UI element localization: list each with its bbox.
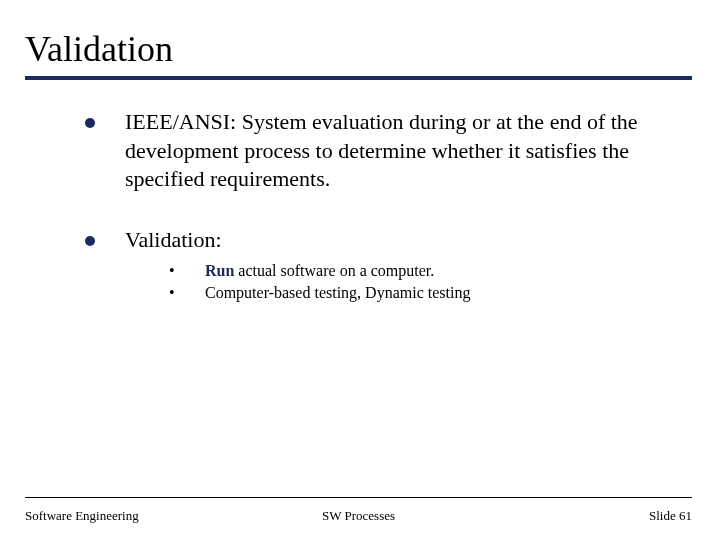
bullet-icon (85, 236, 95, 246)
title-underline (25, 76, 692, 80)
footer-right: Slide 61 (649, 508, 692, 524)
sub-item: • Computer-based testing, Dynamic testin… (165, 284, 662, 302)
sub-bullet-icon: • (165, 284, 205, 302)
bullet-text: IEEE/ANSI: System evaluation during or a… (125, 108, 662, 194)
content-area: IEEE/ANSI: System evaluation during or a… (25, 108, 692, 306)
footer-center: SW Processes (322, 508, 395, 524)
footer: Software Engineering SW Processes Slide … (25, 508, 692, 524)
footer-left: Software Engineering (25, 508, 139, 524)
slide: Validation IEEE/ANSI: System evaluation … (0, 0, 717, 538)
sub-text-rest: actual software on a computer. (234, 262, 434, 279)
bullet-text: Validation: (125, 226, 662, 255)
bullet-icon (85, 118, 95, 128)
sub-item: • Run actual software on a computer. (165, 262, 662, 280)
bullet-item: Validation: • Run actual software on a c… (85, 226, 662, 307)
sub-bullet-icon: • (165, 262, 205, 280)
sub-text: Computer-based testing, Dynamic testing (205, 284, 470, 302)
sub-list: • Run actual software on a computer. • C… (125, 262, 662, 302)
emphasis-text: Run (205, 262, 234, 279)
sub-text: Run actual software on a computer. (205, 262, 434, 280)
sub-text-rest: Computer-based testing, Dynamic testing (205, 284, 470, 301)
slide-title: Validation (25, 28, 692, 70)
footer-divider (25, 497, 692, 498)
bullet-item: IEEE/ANSI: System evaluation during or a… (85, 108, 662, 194)
